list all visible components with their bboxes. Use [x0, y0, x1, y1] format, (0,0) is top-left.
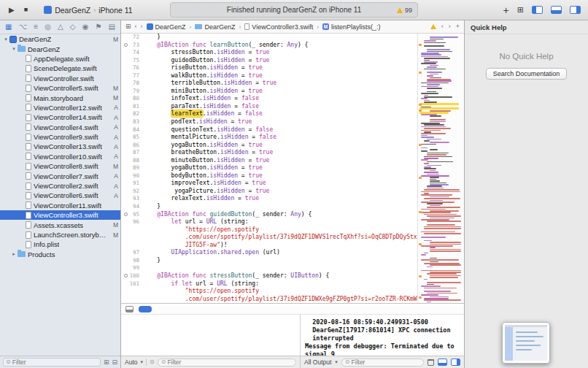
breakpoints-toggle-icon[interactable]: [139, 306, 152, 313]
run-destination[interactable]: iPhone 11: [98, 6, 133, 15]
forward-icon[interactable]: ›: [141, 23, 143, 30]
console-filter-input[interactable]: [352, 359, 420, 366]
tree-row[interactable]: ViewController8.swiftM: [0, 161, 120, 171]
tree-row[interactable]: ViewController6.swiftA: [0, 191, 120, 200]
tree-row[interactable]: ▸Products: [0, 250, 120, 259]
variables-filter-field[interactable]: ⊙: [158, 359, 296, 367]
navigator-filter-field[interactable]: ⊙: [3, 358, 101, 367]
tree-row[interactable]: Assets.xcassetsM: [0, 220, 120, 229]
editor-options-icon[interactable]: ⊞: [517, 5, 524, 15]
console-pane[interactable]: 2020-08-16 08:59:40.249931-0500 DearGenZ…: [301, 315, 464, 356]
toggle-inspector-icon[interactable]: [570, 6, 581, 14]
find-navigator-icon[interactable]: ◎: [45, 23, 51, 31]
tree-row[interactable]: SceneDelegate.swift: [0, 64, 120, 73]
tree-row[interactable]: ViewController5.swiftM: [0, 83, 120, 93]
flag-filter-icon[interactable]: ⊙: [150, 359, 155, 365]
code-line[interactable]: 84 questionText.isHidden = false: [121, 126, 417, 134]
code-line[interactable]: .com/user/spotify/playlist/37i9dQZF1DWVS…: [121, 234, 417, 242]
source-control-navigator-icon[interactable]: ⌥: [19, 23, 28, 31]
tree-row[interactable]: LaunchScreen.storyboardM: [0, 230, 120, 239]
breadcrumb-item[interactable]: DearGenZ: [195, 23, 235, 31]
next-issue-icon[interactable]: ›: [449, 23, 451, 30]
code-line[interactable]: "https://open.spotify: [121, 288, 417, 296]
variables-view[interactable]: [121, 315, 301, 356]
tree-row[interactable]: ▾DearGenZ: [0, 44, 120, 53]
tree-row[interactable]: ViewController.swift: [0, 74, 120, 83]
clear-console-icon[interactable]: [428, 359, 434, 366]
code-line[interactable]: 88 minuteButton.isHidden = true: [121, 157, 417, 165]
tree-row[interactable]: ViewController7.swiftA: [0, 171, 120, 180]
code-line[interactable]: 90 bodyButton.isHidden = true: [121, 172, 417, 180]
scheme-name[interactable]: DearGenZ: [55, 6, 90, 15]
code-line[interactable]: 81 paraText.isHidden = false: [121, 103, 417, 111]
scm-status-filter-icon[interactable]: ⊟: [112, 359, 117, 366]
show-console-view-icon[interactable]: [451, 359, 460, 366]
navigator-filter-input[interactable]: [12, 359, 98, 366]
variables-filter-input[interactable]: [167, 359, 293, 366]
tree-row[interactable]: ViewController12.swiftA: [0, 103, 120, 112]
back-icon[interactable]: ‹: [135, 23, 137, 30]
breadcrumb-item[interactable]: DearGenZ: [147, 23, 186, 31]
code-line[interactable]: 78 terribleButton.isHidden = true: [121, 80, 417, 88]
run-icon[interactable]: ▶: [9, 7, 15, 14]
disclosure-triangle-icon[interactable]: ▾: [10, 46, 18, 52]
code-line[interactable]: 99: [121, 264, 417, 272]
previous-issue-icon[interactable]: ‹: [441, 23, 444, 30]
code-line[interactable]: 83 podText.isHidden = true: [121, 118, 417, 126]
code-line[interactable]: 85 mentalPicture.isHidden = false: [121, 134, 417, 142]
report-navigator-icon[interactable]: ▤: [109, 23, 115, 31]
code-line[interactable]: .com/user/spotify/playlist/37i9dQZF1DWXe…: [121, 296, 417, 303]
toggle-debug-area-icon[interactable]: [551, 6, 562, 14]
code-line[interactable]: 80 infoText.isHidden = false: [121, 95, 417, 103]
code-line[interactable]: "https://open.spotify: [121, 226, 417, 234]
breadcrumb-item[interactable]: MlistenPlaylists(_:): [322, 23, 381, 31]
code-line[interactable]: 100 @IBAction func stressButton(_ sender…: [121, 272, 417, 280]
code-line[interactable]: 101 if let url = URL (string:: [121, 280, 417, 288]
tree-row[interactable]: Info.plist: [0, 239, 120, 249]
code-line[interactable]: 89 yogaButton.isHidden = true: [121, 164, 417, 172]
scheme-selector[interactable]: DearGenZ › iPhone 11: [44, 6, 133, 15]
breadcrumb-item[interactable]: ViewController3.swift: [244, 23, 313, 31]
search-documentation-button[interactable]: Search Documentation: [486, 68, 568, 80]
tree-row[interactable]: ▾DearGenZM: [0, 34, 120, 44]
code-line[interactable]: 82 learnText.isHidden = false: [121, 110, 417, 118]
breakpoint-navigator-icon[interactable]: ⚑: [95, 23, 101, 31]
code-line[interactable]: 75 guidedButton.isHidden = true: [121, 57, 417, 65]
issue-navigator-icon[interactable]: △: [58, 23, 63, 31]
code-line[interactable]: 98 }: [121, 257, 417, 265]
code-line[interactable]: 86 yogaButton.isHidden = true: [121, 142, 417, 150]
warning-badge[interactable]: 99: [397, 7, 412, 14]
show-variables-view-icon[interactable]: [438, 359, 447, 366]
variables-scope-dropdown[interactable]: Auto: [125, 359, 138, 366]
tree-row[interactable]: ViewController3.swift: [0, 210, 120, 220]
minimap[interactable]: [417, 34, 464, 303]
screenshot-thumbnail[interactable]: [502, 322, 550, 364]
code-editor[interactable]: 72 }73 @IBAction func learnButton(_ send…: [121, 34, 417, 303]
disclosure-triangle-icon[interactable]: ▾: [2, 37, 9, 42]
recent-files-filter-icon[interactable]: ⊞: [104, 359, 109, 366]
code-line[interactable]: 87 breatheButton.isHidden = true: [121, 149, 417, 157]
code-line[interactable]: 94 }: [121, 203, 417, 211]
code-line[interactable]: 77 walkButton.isHidden = true: [121, 72, 417, 80]
add-editor-icon[interactable]: +: [456, 23, 460, 30]
code-line[interactable]: JITG5F-aw")!: [121, 242, 417, 250]
code-line[interactable]: 74 stressButton.isHidden = true: [121, 49, 417, 57]
output-scope-dropdown[interactable]: All Output: [304, 359, 331, 366]
debug-navigator-icon[interactable]: ◉: [82, 23, 89, 31]
symbol-navigator-icon[interactable]: ≡: [34, 23, 38, 31]
tree-row[interactable]: ViewController10.swiftA: [0, 152, 120, 161]
console-filter-field[interactable]: ⊙: [341, 359, 424, 367]
project-navigator-icon[interactable]: ▦: [5, 23, 12, 31]
code-line[interactable]: 76 riseButton.isHidden = true: [121, 64, 417, 72]
ib-connection-icon[interactable]: [124, 274, 128, 277]
tree-row[interactable]: Main.storyboardM: [0, 93, 120, 102]
test-navigator-icon[interactable]: ◇: [70, 23, 76, 31]
file-tree[interactable]: ▾DearGenZM▾DearGenZAppDelegate.swiftScen…: [0, 34, 120, 356]
tree-row[interactable]: ViewController4.swiftA: [0, 123, 120, 132]
stop-icon[interactable]: ■: [24, 7, 28, 13]
tree-row[interactable]: ViewController9.swiftA: [0, 132, 120, 142]
code-line[interactable]: 72 }: [121, 34, 417, 42]
code-line[interactable]: 97 UIApplication.shared.open (url): [121, 249, 417, 257]
code-line[interactable]: 92 yogaPicture.isHidden = true: [121, 188, 417, 196]
disclosure-triangle-icon[interactable]: ▸: [10, 251, 18, 257]
